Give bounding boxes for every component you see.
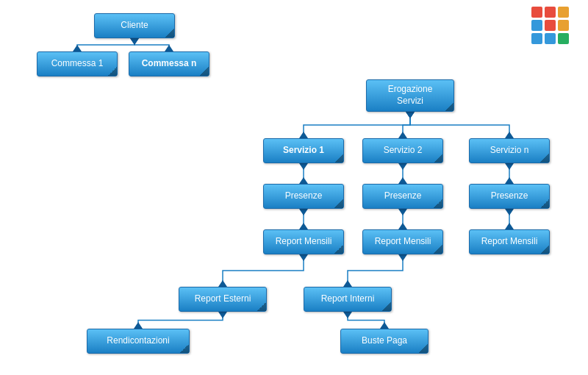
svg-rect-2: [558, 7, 569, 18]
node-report_int[interactable]: Report Interni: [304, 287, 392, 312]
node-servizio1[interactable]: Servizio 1: [263, 138, 344, 163]
node-erogazione[interactable]: ErogazioneServizi: [366, 79, 454, 112]
node-commessan[interactable]: Commessa n: [129, 51, 209, 76]
svg-rect-4: [545, 20, 556, 31]
svg-rect-0: [531, 7, 542, 18]
node-report_est[interactable]: Report Esterni: [179, 287, 267, 312]
node-commessa1[interactable]: Commessa 1: [37, 51, 118, 76]
node-report_m3[interactable]: Report Mensili: [469, 229, 550, 254]
node-presenze1[interactable]: Presenze: [263, 184, 344, 209]
svg-rect-3: [531, 20, 542, 31]
node-rendicontazioni[interactable]: Rendicontazioni: [87, 329, 190, 354]
node-buste_paga[interactable]: Buste Paga: [340, 329, 429, 354]
svg-rect-8: [558, 33, 569, 44]
node-report_m1[interactable]: Report Mensili: [263, 229, 344, 254]
node-cliente[interactable]: Cliente: [94, 13, 175, 38]
node-servizio2[interactable]: Servizio 2: [362, 138, 443, 163]
node-presenze2[interactable]: Presenze: [362, 184, 443, 209]
svg-rect-5: [558, 20, 569, 31]
diagram-nodes: ClienteCommessa 1Commessa nErogazioneSer…: [0, 0, 588, 375]
svg-rect-1: [545, 7, 556, 18]
svg-rect-7: [545, 33, 556, 44]
node-servizion[interactable]: Servizio n: [469, 138, 550, 163]
svg-rect-6: [531, 33, 542, 44]
logo-cube-icon: [531, 6, 569, 44]
node-report_m2[interactable]: Report Mensili: [362, 229, 443, 254]
node-presenze3[interactable]: Presenze: [469, 184, 550, 209]
logo: [531, 6, 573, 44]
